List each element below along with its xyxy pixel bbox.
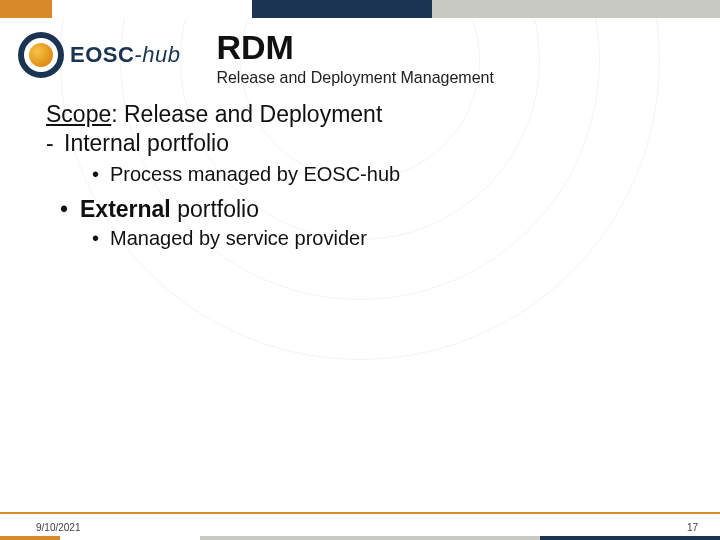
- bullet-icon: •: [92, 227, 110, 250]
- logo-mark-icon: [18, 32, 64, 78]
- bullet-icon: •: [92, 163, 110, 186]
- slide-subtitle: Release and Deployment Management: [216, 69, 494, 87]
- item-external-bold: External: [80, 196, 171, 222]
- item-external: • External portfolio: [46, 196, 680, 223]
- scope-label: Scope: [46, 101, 111, 127]
- slide-header: EOSC-hub RDM Release and Deployment Mana…: [0, 18, 720, 87]
- slide-body: Scope: Release and Deployment - Internal…: [0, 87, 720, 250]
- logo-text: EOSC-hub: [70, 42, 180, 68]
- slide-title: RDM: [216, 28, 494, 67]
- item-internal-text: Internal portfolio: [64, 130, 229, 157]
- item-internal: - Internal portfolio: [46, 130, 680, 157]
- footer-page: 17: [687, 522, 698, 533]
- item-external-rest: portfolio: [171, 196, 259, 222]
- item-external-sub-text: Managed by service provider: [110, 227, 367, 250]
- scope-rest: : Release and Deployment: [111, 101, 382, 127]
- item-internal-sub-text: Process managed by EOSC-hub: [110, 163, 400, 186]
- eosc-hub-logo: EOSC-hub: [18, 32, 180, 78]
- bottom-accent-bar: [0, 536, 720, 540]
- dash-icon: -: [46, 130, 64, 157]
- scope-heading: Scope: Release and Deployment: [46, 101, 680, 128]
- item-external-text: External portfolio: [80, 196, 259, 223]
- item-external-sub: • Managed by service provider: [46, 227, 680, 250]
- top-accent-bar: [0, 0, 720, 18]
- item-internal-sub: • Process managed by EOSC-hub: [46, 163, 680, 186]
- bullet-icon: •: [60, 196, 80, 223]
- footer-date: 9/10/2021: [36, 522, 81, 533]
- logo-main: EOSC: [70, 42, 134, 67]
- title-block: RDM Release and Deployment Management: [216, 28, 494, 87]
- logo-sub: -hub: [134, 42, 180, 67]
